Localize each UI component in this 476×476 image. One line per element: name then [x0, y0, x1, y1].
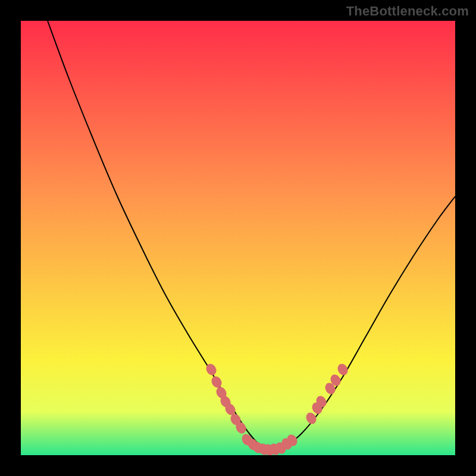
chart-svg	[21, 21, 455, 455]
plot-area	[21, 21, 455, 455]
gradient-background	[21, 21, 455, 455]
chart-frame: TheBottleneck.com	[0, 0, 476, 476]
watermark-text: TheBottleneck.com	[346, 4, 469, 19]
